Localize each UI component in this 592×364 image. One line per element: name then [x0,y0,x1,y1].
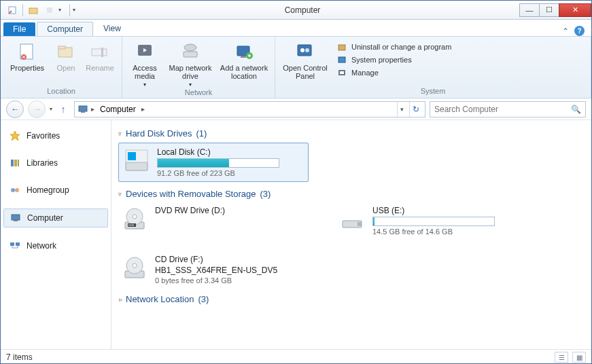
svg-rect-37 [128,152,136,160]
ribbon-group-system: Open Control Panel Uninstall or change a… [275,37,591,98]
search-input[interactable] [434,105,571,114]
address-dropdown-icon[interactable]: ▾ [397,102,406,117]
drive-free-space: 14.5 GB free of 14.6 GB [372,228,523,236]
tab-view[interactable]: View [93,21,131,36]
computer-icon [10,212,22,224]
group-header-netloc[interactable]: ▿ Network Location (3) [118,294,585,304]
qat-dropdown-icon[interactable]: ▾ [58,7,67,13]
sidebar-item-homegroup[interactable]: Homegroup [3,181,108,199]
drive-name: Local Disk (C:) [157,147,304,157]
usb-drive-icon [338,206,366,233]
collapse-ribbon-icon[interactable]: ⌃ [562,26,569,36]
quick-access-toolbar: ▾ ▾ [1,3,85,17]
svg-rect-33 [10,242,14,246]
drive-name: CD Drive (F:) [155,255,333,264]
window-title: Computer [85,5,520,15]
properties-icon [16,41,38,62]
ribbon-tab-strip: File Computer View ⌃ ? [1,20,591,36]
open-button[interactable]: Open [52,39,80,86]
breadcrumb-separator[interactable]: ▸ [141,105,145,113]
network-icon [9,240,21,252]
drive-name: USB (E:) [372,206,523,215]
view-details-button[interactable]: ☰ [555,352,568,363]
svg-rect-11 [184,52,197,57]
manage-button[interactable]: Manage [334,67,454,79]
window-controls: — ☐ ✕ [520,3,591,17]
dvd-drive-icon: DVD [121,206,148,233]
address-bar[interactable]: ▸ Computer ▸ ▾ ↻ [74,101,425,117]
breadcrumb-computer[interactable]: Computer [97,105,139,114]
drive-local-c[interactable]: Local Disk (C:) 91.2 GB free of 223 GB [118,143,309,182]
view-tiles-button[interactable]: ▦ [572,352,586,363]
help-icon[interactable]: ? [574,26,585,36]
svg-rect-22 [340,71,344,74]
svg-rect-14 [241,56,246,58]
system-properties-button[interactable]: System properties [334,54,454,66]
svg-rect-19 [338,45,345,50]
qat-properties-icon[interactable] [5,3,20,17]
svg-rect-34 [16,242,20,246]
refresh-icon[interactable]: ↻ [409,102,422,117]
disclosure-triangle-icon[interactable]: ▿ [117,297,124,301]
qat-customize-icon[interactable]: ▾ [73,7,81,13]
maximize-button[interactable]: ☐ [539,3,559,17]
history-dropdown-icon[interactable]: ▾ [50,106,52,112]
tab-file[interactable]: File [3,22,35,36]
back-button[interactable]: ← [6,101,24,118]
close-button[interactable]: ✕ [559,3,591,17]
add-network-location-button[interactable]: Add a network location [219,39,269,88]
svg-rect-20 [338,57,345,62]
sidebar-item-computer[interactable]: Computer [3,208,108,228]
qat-undo-icon[interactable] [42,3,57,17]
svg-rect-27 [14,160,17,166]
svg-rect-23 [79,106,87,111]
forward-button[interactable]: → [28,101,46,118]
map-network-drive-button[interactable]: Map network drive▾ [166,39,215,88]
svg-rect-28 [18,160,19,166]
sidebar-item-favorites[interactable]: Favorites [3,127,108,145]
svg-rect-6 [58,46,65,49]
drive-subname: HB1_SSS_X64FRE_EN-US_DV5 [155,266,333,275]
up-button[interactable]: ↑ [56,103,70,116]
svg-rect-31 [12,215,20,220]
drive-usb-e[interactable]: USB (E:) 14.5 GB free of 14.6 GB [336,203,526,238]
svg-point-30 [15,188,19,192]
svg-rect-26 [11,160,14,166]
breadcrumb-separator[interactable]: ▸ [91,105,94,113]
control-panel-icon [294,41,316,62]
capacity-bar [157,158,279,168]
ribbon-group-location: Properties Open Rename Location [1,37,122,98]
drive-name: DVD RW Drive (D:) [155,206,306,215]
svg-point-18 [305,48,309,52]
computer-icon [77,104,88,115]
search-box[interactable]: 🔍 [430,101,586,117]
drive-cd-f[interactable]: CD Drive (F:) HB1_SSS_X64FRE_EN-US_DV5 0… [118,252,336,287]
access-media-button[interactable]: Access media▾ [128,39,162,88]
disclosure-triangle-icon[interactable]: ▿ [118,130,122,137]
properties-button[interactable]: Properties [6,39,48,86]
media-icon [134,41,156,62]
title-bar: ▾ ▾ Computer — ☐ ✕ [1,1,591,20]
svg-point-17 [300,48,304,52]
uninstall-program-button[interactable]: Uninstall or change a program [334,41,454,53]
minimize-button[interactable]: — [519,3,540,17]
sidebar-item-network[interactable]: Network [3,237,108,255]
open-control-panel-button[interactable]: Open Control Panel [281,39,330,86]
favorites-icon [9,130,21,142]
status-item-count: 7 items [6,352,33,362]
disclosure-triangle-icon[interactable]: ▿ [118,191,122,198]
qat-new-folder-icon[interactable] [26,3,41,17]
group-header-removable[interactable]: ▿ Devices with Removable Storage (3) [118,189,585,199]
svg-rect-1 [29,8,37,14]
sidebar-item-libraries[interactable]: Libraries [3,154,108,172]
tab-computer[interactable]: Computer [37,22,93,36]
system-properties-icon [336,54,347,65]
group-header-hdd[interactable]: ▿ Hard Disk Drives (1) [118,128,585,139]
ribbon-group-label: Location [6,86,116,96]
homegroup-icon [9,184,21,196]
rename-button[interactable]: Rename [84,39,116,86]
search-icon[interactable]: 🔍 [571,105,581,114]
svg-marker-25 [10,131,20,141]
drive-dvd-d[interactable]: DVD DVD RW Drive (D:) [118,203,309,238]
svg-rect-8 [101,48,103,57]
